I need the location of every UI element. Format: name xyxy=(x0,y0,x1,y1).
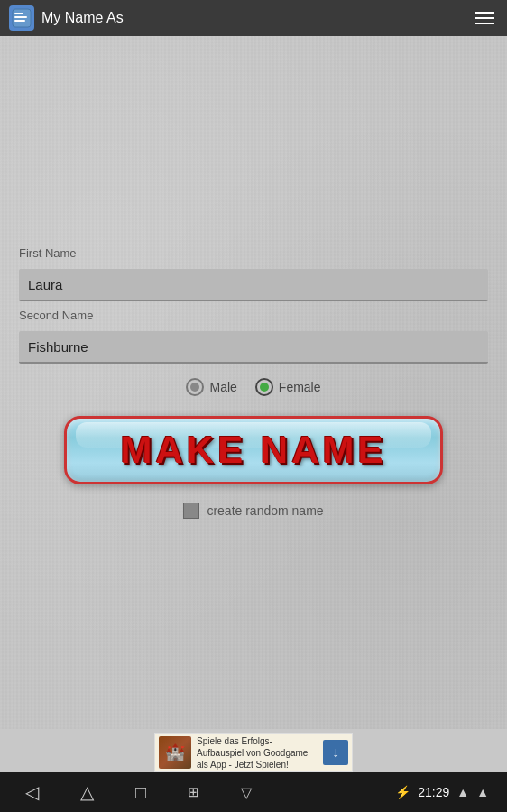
ad-text: Spiele das Erfolgs-Aufbauspiel von Goodg… xyxy=(197,735,318,770)
male-label: Male xyxy=(209,380,236,394)
recent-apps-button[interactable]: □ xyxy=(128,775,153,810)
male-radio-group[interactable]: Male xyxy=(186,378,236,396)
svg-rect-3 xyxy=(14,20,25,22)
signal-icon: ▲ xyxy=(476,785,489,799)
app-bar: My Name As xyxy=(0,0,507,36)
male-radio[interactable] xyxy=(186,378,204,396)
random-name-checkbox[interactable] xyxy=(183,503,199,519)
back-button[interactable]: ◁ xyxy=(18,774,46,810)
form-container: First Name Second Name Male Female MAKE … xyxy=(19,246,488,519)
ad-castle-icon: 🏰 xyxy=(165,743,185,762)
ad-banner[interactable]: 🏰 Spiele das Erfolgs-Aufbauspiel von Goo… xyxy=(154,733,353,772)
nav-right: ⚡ 21:29 ▲ ▲ xyxy=(395,785,489,799)
up-button[interactable]: ▽ xyxy=(234,777,259,808)
female-radio-inner xyxy=(260,383,269,392)
home-button[interactable]: △ xyxy=(73,774,101,810)
clock: 21:29 xyxy=(418,785,449,799)
second-name-input[interactable] xyxy=(19,331,488,364)
make-name-button[interactable]: MAKE NAME xyxy=(64,416,443,484)
random-row: create random name xyxy=(19,503,488,519)
random-name-label: create random name xyxy=(207,503,323,518)
menu-icon[interactable] xyxy=(471,8,498,28)
wifi-icon: ▲ xyxy=(456,785,469,799)
nav-bar: ◁ △ □ ⊞ ▽ ⚡ 21:29 ▲ ▲ xyxy=(0,772,507,812)
svg-rect-1 xyxy=(14,13,23,14)
ad-download-button[interactable]: ↓ xyxy=(323,740,348,765)
ad-download-arrow-icon: ↓ xyxy=(332,744,339,761)
app-icon xyxy=(9,5,34,31)
usb-icon: ⚡ xyxy=(395,785,410,799)
svg-rect-2 xyxy=(14,16,27,18)
female-radio[interactable] xyxy=(255,378,273,396)
female-radio-group[interactable]: Female xyxy=(255,378,321,396)
second-name-label: Second Name xyxy=(19,309,488,322)
app-bar-left: My Name As xyxy=(9,5,124,31)
first-name-label: First Name xyxy=(19,246,488,260)
ad-image: 🏰 xyxy=(159,736,191,769)
first-name-input[interactable] xyxy=(19,269,488,301)
male-radio-inner xyxy=(190,383,199,392)
make-name-text: MAKE NAME xyxy=(121,429,387,472)
app-title: My Name As xyxy=(41,10,124,26)
main-content: First Name Second Name Male Female MAKE … xyxy=(0,36,507,729)
nav-left: ◁ △ □ ⊞ ▽ xyxy=(18,774,259,810)
female-label: Female xyxy=(279,380,321,394)
gender-row: Male Female xyxy=(19,378,488,396)
screenshot-button[interactable]: ⊞ xyxy=(180,777,207,807)
